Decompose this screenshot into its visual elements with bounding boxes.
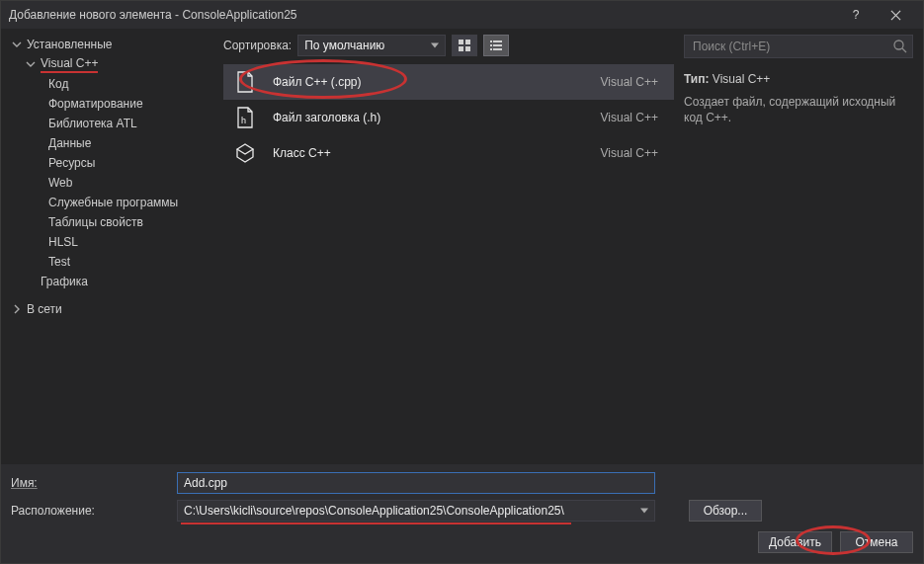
tree-node[interactable]: Ресурсы [7,153,217,173]
tree-label: Visual C++ [41,56,98,73]
chevron-down-icon [25,58,37,70]
add-label: Добавить [769,535,821,549]
view-list-button[interactable] [483,35,509,56]
tree-label: Web [48,176,72,190]
bottom-panel: Имя: Add.cpp Расположение: C:\Users\kicl… [1,464,923,563]
svg-rect-1 [465,40,470,44]
add-button[interactable]: Добавить [758,531,832,553]
tree-label: В сети [27,302,62,316]
browse-label: Обзор... [704,504,748,518]
svg-rect-4 [490,40,492,42]
search-icon [892,39,908,54]
svg-rect-9 [493,48,502,50]
tree-node[interactable]: Данные [7,133,217,153]
template-item-class[interactable]: Класс C++ Visual C++ [223,135,674,171]
template-lang: Visual C++ [601,75,662,89]
info-panel: Поиск (Ctrl+E) Тип: Visual C++ Создает ф… [674,29,923,464]
svg-rect-5 [493,40,502,42]
template-item-cpp[interactable]: Файл C++ (.cpp) Visual C++ [223,64,674,100]
svg-rect-2 [459,46,463,51]
category-tree[interactable]: Установленные Visual C++ Код Форматирова… [1,29,223,464]
tree-label: Таблицы свойств [48,215,143,229]
h-file-icon: h [231,104,259,131]
tree-node[interactable]: Web [7,173,217,193]
help-icon: ? [853,8,860,22]
chevron-right-icon [11,303,23,315]
sort-row: Сортировка: По умолчанию [223,29,674,62]
cancel-label: Отмена [855,535,897,549]
template-item-h[interactable]: h Файл заголовка (.h) Visual C++ [223,100,674,135]
list-icon [489,39,503,52]
close-icon [890,10,901,21]
browse-button[interactable]: Обзор... [689,500,762,522]
tree-node[interactable]: HLSL [7,232,217,252]
view-grid-button[interactable] [452,35,477,56]
tree-label: Ресурсы [48,156,95,170]
svg-point-11 [894,40,903,49]
sort-value: По умолчанию [304,39,384,52]
name-value: Add.cpp [184,476,227,490]
tree-node[interactable]: Библиотека ATL [7,114,217,133]
svg-rect-3 [465,46,470,51]
tree-label: Графика [41,275,88,288]
center-panel: Сортировка: По умолчанию Файл C++ (.cpp)… [223,29,674,464]
tree-node-installed[interactable]: Установленные [7,35,217,54]
tree-label: Код [48,77,68,91]
window-title: Добавление нового элемента - ConsoleAppl… [9,8,836,22]
name-input[interactable]: Add.cpp [177,472,655,494]
svg-rect-6 [490,44,492,46]
chevron-down-icon [11,39,23,50]
tree-node[interactable]: Test [7,252,217,272]
location-row: Расположение: C:\Users\kicli\source\repo… [11,500,913,522]
tree-label: Установленные [27,38,112,51]
info-type-label: Тип: [684,72,710,86]
tree-node[interactable]: Форматирование [7,94,217,114]
svg-rect-7 [493,44,502,46]
name-row: Имя: Add.cpp [11,472,913,494]
template-lang: Visual C++ [601,146,662,160]
template-name: Файл заголовка (.h) [273,111,587,124]
location-value: C:\Users\kicli\source\repos\ConsoleAppli… [184,504,564,518]
tree-label: Служебные программы [48,196,178,209]
template-lang: Visual C++ [601,111,662,124]
tree-label: Форматирование [48,97,143,111]
template-name: Класс C++ [273,146,587,160]
help-button[interactable]: ? [836,1,876,29]
class-icon [231,139,259,167]
cpp-file-icon [231,68,259,96]
tree-node-online[interactable]: В сети [7,299,217,319]
grid-icon [458,39,471,52]
tree-node[interactable]: Код [7,74,217,94]
sort-label: Сортировка: [223,39,292,52]
close-button[interactable] [876,1,915,29]
svg-rect-0 [459,40,463,44]
svg-rect-8 [490,48,492,50]
dialog-buttons: Добавить Отмена [11,531,913,553]
cancel-button[interactable]: Отмена [840,531,913,553]
tree-label: Библиотека ATL [48,117,137,130]
sort-select[interactable]: По умолчанию [297,35,446,56]
info-description: Создает файл, содержащий исходный код C+… [684,94,913,125]
template-list[interactable]: Файл C++ (.cpp) Visual C++ h Файл заголо… [223,62,674,464]
main-area: Установленные Visual C++ Код Форматирова… [1,29,923,464]
location-label: Расположение: [11,504,169,518]
location-input[interactable]: C:\Users\kicli\source\repos\ConsoleAppli… [177,500,655,522]
tree-label: Test [48,255,70,269]
info-type-value: Visual C++ [713,72,770,86]
name-label: Имя: [11,476,169,490]
tree-node-graphics[interactable]: Графика [7,272,217,291]
tree-node[interactable]: Служебные программы [7,193,217,212]
template-name: Файл C++ (.cpp) [273,75,587,89]
search-input[interactable]: Поиск (Ctrl+E) [684,35,913,58]
tree-label: Данные [48,136,91,150]
titlebar: Добавление нового элемента - ConsoleAppl… [1,1,923,29]
svg-text:h: h [241,116,246,125]
search-placeholder: Поиск (Ctrl+E) [693,40,892,53]
info-type: Тип: Visual C++ [684,72,913,86]
tree-node-visualcpp[interactable]: Visual C++ [7,54,217,74]
tree-label: HLSL [48,235,78,249]
tree-node[interactable]: Таблицы свойств [7,212,217,232]
